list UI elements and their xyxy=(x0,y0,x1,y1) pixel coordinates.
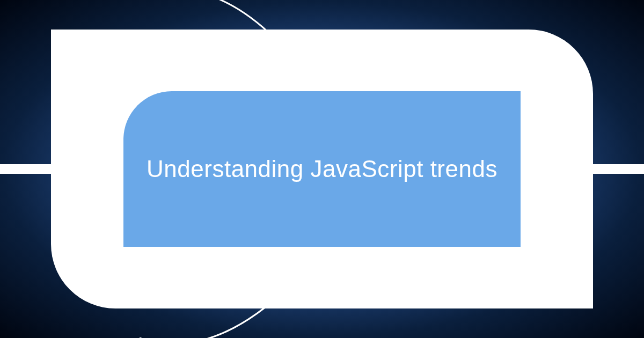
inner-panel: Understanding JavaScript trends xyxy=(123,91,521,247)
outer-frame: Understanding JavaScript trends xyxy=(51,30,593,308)
page-title: Understanding JavaScript trends xyxy=(147,156,497,182)
